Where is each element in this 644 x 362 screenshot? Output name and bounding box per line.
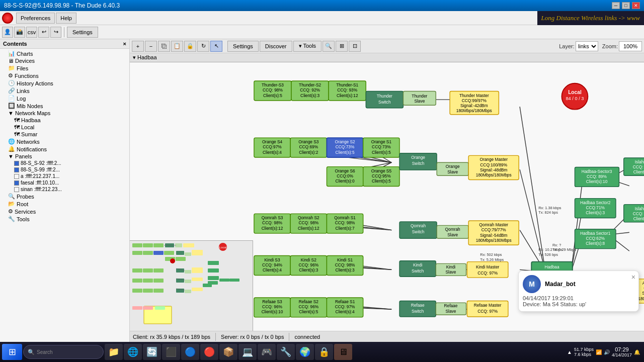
local-icon: 🗺	[14, 124, 20, 130]
paste-tool[interactable]: 📋	[171, 41, 183, 52]
sidebar-item-networks[interactable]: 🌐 Networks	[0, 138, 129, 145]
svg-rect-191	[164, 251, 174, 255]
sidebar-item-sumar[interactable]: 🗺 Sumar	[0, 131, 129, 138]
chat-header: M Madar_bot	[523, 275, 634, 293]
layer-label: Layer:	[559, 43, 575, 49]
taskbar-app-8[interactable]: 🔒	[315, 344, 333, 360]
sidebar-item-panel1[interactable]: 88-S_S-92 :ffff:2...	[0, 160, 129, 166]
svg-text:Client(s):2: Client(s):2	[633, 169, 644, 174]
layer-select[interactable]: links all	[576, 41, 598, 51]
sidebar-item-history[interactable]: 🕒 History Actions	[0, 79, 129, 87]
sidebar-item-mib[interactable]: 🔲 Mib Nodes	[0, 102, 129, 110]
sidebar-item-hadbaa[interactable]: 🗺 Hadbaa	[0, 117, 129, 124]
redo-icon[interactable]: ↪	[50, 27, 61, 38]
sidebar-item-log[interactable]: 📄 Log	[0, 95, 129, 102]
sidebar-item-charts[interactable]: 📊 Charts	[0, 50, 129, 57]
taskbar-app-7[interactable]: 🌍	[296, 344, 314, 360]
sidebar-item-files[interactable]: 📁 Files	[0, 64, 129, 72]
svg-text:Kindi S3: Kindi S3	[265, 257, 280, 262]
sidebar-item-panel3[interactable]: a :ffff:212.237.1...	[0, 173, 129, 179]
svg-text:Tx:  526 bps: Tx: 526 bps	[538, 252, 558, 257]
discover-button[interactable]: Discover	[260, 41, 292, 52]
svg-text:CCQ: 89%: CCQ: 89%	[633, 164, 644, 169]
sidebar-item-panel2[interactable]: 88-S_S-99 :fff:2...	[0, 166, 129, 173]
svg-text:Client(s):12: Client(s):12	[298, 226, 319, 231]
svg-text:Hadbaa-Sector3: Hadbaa-Sector3	[582, 169, 612, 174]
taskbar-app-5[interactable]: 🎮	[258, 344, 276, 360]
taskbar-app-dude[interactable]: 🖥	[334, 344, 352, 360]
remove-tool[interactable]: −	[145, 41, 157, 52]
svg-text:Refaae Master: Refaae Master	[474, 303, 502, 308]
rotate-tool[interactable]: ↻	[197, 41, 209, 52]
svg-text:CCQ:97%: CCQ:97%	[263, 144, 282, 149]
minimize-button[interactable]: ─	[612, 2, 620, 9]
help-menu[interactable]: Help	[56, 13, 76, 24]
settings-button[interactable]: Settings	[67, 27, 98, 38]
sidebar-item-probes[interactable]: 🔍 Probes	[0, 193, 129, 200]
copy-tool[interactable]: ⿻	[158, 41, 170, 52]
tool-icon-2[interactable]: 📸	[14, 27, 25, 38]
taskbar-app-2[interactable]: 🔴	[200, 344, 218, 360]
search-tool[interactable]: 🔍	[323, 41, 335, 52]
svg-text:CCQ:73%: CCQ:73%	[336, 144, 355, 149]
sidebar-item-panel5[interactable]: sinan :ffff:212.23...	[0, 186, 129, 193]
svg-text:CCQ: 97%: CCQ: 97%	[477, 309, 498, 314]
taskbar-search[interactable]: 🔍 Search	[23, 345, 104, 359]
sidebar-item-tools[interactable]: 🔧 Tools	[0, 215, 129, 223]
sidebar-item-notifications[interactable]: 🔔 Notifications	[0, 145, 129, 153]
notifications-icon[interactable]: 🔔	[634, 349, 640, 355]
taskbar-app-4[interactable]: 💻	[238, 344, 257, 360]
taskbar-app-filezilla[interactable]: 🔄	[143, 344, 161, 360]
map-toolbar: + − ⿻ 📋 🔒 ↻ ↖ Settings Discover ▾ Tools …	[130, 39, 644, 53]
sidebar-item-panels[interactable]: ▼ Panels	[0, 153, 129, 160]
export-tool[interactable]: ⊡	[349, 41, 361, 52]
taskbar-app-chrome[interactable]: 🌐	[124, 344, 142, 360]
preferences-menu[interactable]: Preferences	[16, 13, 55, 24]
hadbaa-label[interactable]: ▾ Hadbaa	[133, 54, 157, 61]
svg-line-28	[571, 179, 583, 272]
main-toolbar: 👤 📸 csv ↩ ↪ Settings	[0, 25, 644, 39]
taskbar-app-explorer[interactable]: 📁	[105, 344, 123, 360]
csv-icon[interactable]: csv	[26, 27, 37, 38]
start-button[interactable]: ⊞	[2, 344, 22, 360]
svg-text:Tx:  824 bps: Tx: 824 bps	[538, 210, 558, 215]
select-tool[interactable]: ↖	[210, 41, 222, 52]
chat-close-button[interactable]: ×	[631, 273, 635, 281]
svg-rect-208	[192, 278, 203, 281]
networks-icon: 🌐	[8, 138, 15, 145]
svg-text:CCQ: 89%: CCQ: 89%	[587, 174, 607, 179]
close-button[interactable]: ✕	[632, 2, 640, 9]
svg-text:Qomrah S2: Qomrah S2	[298, 215, 319, 220]
sidebar-item-networkmaps[interactable]: ▼ Network Maps	[0, 110, 129, 117]
zoom-input[interactable]	[619, 41, 642, 51]
undo-icon[interactable]: ↩	[38, 27, 49, 38]
sidebar-item-services[interactable]: ⚙ Services	[0, 208, 129, 215]
sidebar-item-links[interactable]: 🔗 Links	[0, 87, 129, 95]
sidebar-item-functions[interactable]: ⚙ Functions	[0, 72, 129, 79]
tools-button[interactable]: ▾ Tools	[293, 41, 322, 52]
taskbar-app-6[interactable]: 🔧	[277, 344, 295, 360]
sidebar-item-local[interactable]: 🗺 Local	[0, 124, 129, 131]
taskbar-app-3[interactable]: 📦	[219, 344, 237, 360]
svg-text:CCQ: 97%: CCQ: 97%	[633, 211, 644, 216]
notifications-icon: 🔔	[8, 146, 15, 152]
sidebar-item-panel4[interactable]: faesal :fff:10.10...	[0, 179, 129, 186]
add-tool[interactable]: +	[132, 41, 144, 52]
svg-text:Hadbaa: Hadbaa	[544, 264, 559, 269]
svg-rect-204	[143, 279, 153, 283]
sidebar-collapse[interactable]: ×	[123, 41, 126, 47]
taskbar-app-cmd[interactable]: ⬛	[162, 344, 180, 360]
search-icon: 🔍	[28, 349, 35, 355]
grid-tool[interactable]: ⊞	[336, 41, 348, 52]
map-settings-button[interactable]: Settings	[227, 41, 259, 52]
taskbar-app-1[interactable]: 🔵	[181, 344, 199, 360]
chat-bubble: × M Madar_bot 04/14/2017 19:29:01 Device…	[518, 270, 639, 312]
lock-tool[interactable]: 🔒	[184, 41, 196, 52]
sidebar-item-root[interactable]: 📂 Root	[0, 200, 129, 208]
svg-text:CCQ: 97%: CCQ: 97%	[335, 304, 355, 309]
sidebar-item-devices[interactable]: 🖥 Devices	[0, 57, 129, 64]
tool-icon-1[interactable]: 👤	[2, 27, 13, 38]
devices-icon: 🖥	[8, 58, 14, 64]
maximize-button[interactable]: □	[622, 2, 630, 9]
svg-rect-201	[185, 270, 191, 274]
